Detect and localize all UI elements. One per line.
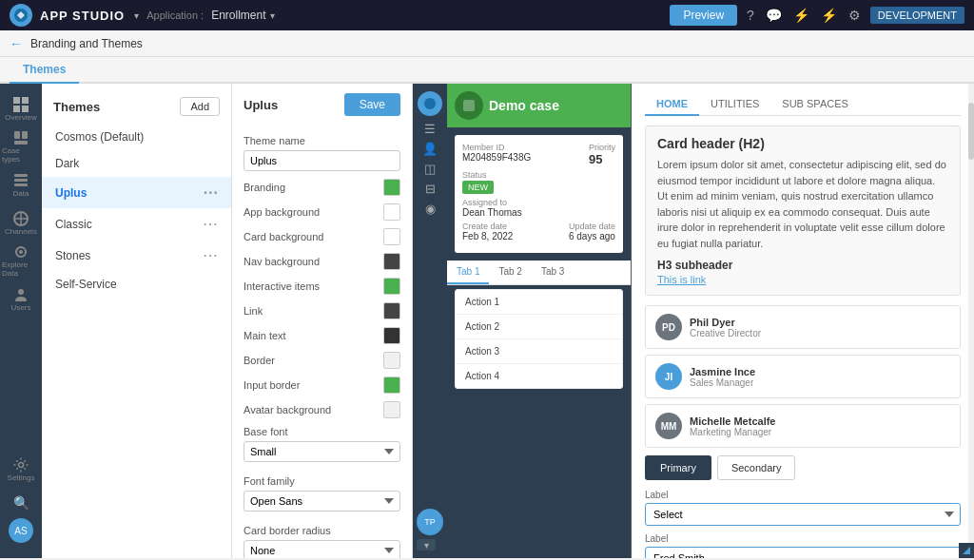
detail-tab-sub-spaces[interactable]: SUB SPACES: [770, 93, 860, 116]
theme-item-stones[interactable]: Stones ⋯: [42, 240, 231, 271]
app-preview: ☰ 👤 ◫ ⊟ ◉ TP ▾ Demo case: [413, 84, 632, 558]
svg-rect-6: [22, 131, 28, 139]
detail-tab-home[interactable]: HOME: [645, 93, 699, 116]
top-bar-icons: ? 💬 ⚡ ⚡ ⚙: [747, 8, 861, 23]
primary-button-demo[interactable]: Primary: [645, 455, 711, 480]
arrow-down-button[interactable]: ▾: [417, 539, 436, 550]
theme-item-classic[interactable]: Classic ⋯: [42, 208, 231, 240]
svg-point-15: [19, 250, 23, 254]
user-avatar[interactable]: AS: [9, 518, 33, 543]
preview-tab-2[interactable]: Tab 2: [489, 261, 531, 284]
sidebar-item-settings[interactable]: Settings: [2, 452, 40, 486]
avatar-bg-row: Avatar background: [244, 401, 400, 418]
breadcrumb: Branding and Themes: [30, 37, 143, 50]
main-layout: Overview Case types Data Channels Explor…: [0, 84, 974, 558]
theme-item-self-service[interactable]: Self-Service: [42, 271, 231, 298]
avatar-bg-label: Avatar background: [244, 404, 331, 415]
scrollbar[interactable]: [968, 84, 974, 558]
detail-tab-utilities[interactable]: UTILITIES: [699, 93, 770, 116]
form-select-demo[interactable]: Select: [645, 503, 961, 526]
save-button[interactable]: Save: [344, 93, 400, 116]
preview-sidebar-icon1[interactable]: ☰: [424, 122, 436, 136]
main-text-color[interactable]: [383, 327, 400, 344]
border-row: Border: [244, 352, 400, 369]
status-row: Status NEW: [462, 170, 615, 194]
svg-point-18: [424, 98, 436, 109]
settings-top-icon[interactable]: ⚙: [848, 8, 861, 23]
sidebar-item-case-types[interactable]: Case types: [2, 129, 40, 164]
app-background-row: App background: [244, 203, 400, 221]
person-role-mm: Marketing Manager: [690, 427, 775, 437]
theme-dots-classic[interactable]: ⋯: [203, 215, 218, 233]
app-studio-dropdown[interactable]: ▾: [134, 10, 139, 21]
secondary-button-demo[interactable]: Secondary: [717, 455, 796, 480]
sidebar-item-explore-data[interactable]: Explore Data: [2, 243, 40, 278]
card-bg-color[interactable]: [383, 228, 400, 245]
base-font-select[interactable]: Small Medium Large: [244, 441, 400, 462]
app-bg-label: App background: [244, 206, 320, 218]
lightning-icon[interactable]: ⚡: [793, 8, 809, 23]
person-avatar-pd: PD: [655, 314, 682, 340]
sidebar-item-channels[interactable]: Channels: [2, 205, 40, 240]
input-border-row: Input border: [244, 377, 400, 394]
font-family-select[interactable]: Open Sans Arial Roboto: [244, 491, 400, 512]
chat-icon[interactable]: 💬: [766, 8, 782, 23]
preview-sidebar-icon2[interactable]: 👤: [422, 142, 438, 156]
preview-tab-3[interactable]: Tab 3: [532, 261, 574, 284]
priority-label: Priority: [589, 143, 615, 152]
sidebar-item-data[interactable]: Data: [2, 167, 40, 202]
preview-sidebar-icon5[interactable]: ◉: [425, 202, 436, 216]
theme-item-dark[interactable]: Dark: [42, 150, 231, 177]
person-avatar-ji: JI: [655, 363, 682, 390]
interactive-items-label: Interactive items: [244, 280, 320, 292]
tp-avatar: TP: [417, 509, 443, 535]
nav-bg-color[interactable]: [383, 253, 400, 270]
action-item-4[interactable]: Action 4: [456, 364, 622, 388]
card-border-radius-label: Card border radius: [244, 525, 400, 536]
search-icon[interactable]: 🔍: [13, 495, 29, 511]
tab-themes[interactable]: Themes: [10, 57, 79, 84]
preview-tab-1[interactable]: Tab 1: [447, 261, 489, 284]
person-card-mm: MM Michelle Metcalfe Marketing Manager: [645, 404, 961, 448]
create-date-field: Create date Feb 8, 2022: [462, 222, 513, 241]
branding-color[interactable]: [383, 179, 400, 196]
sidebar-item-users[interactable]: Users: [2, 281, 40, 316]
action-item-3[interactable]: Action 3: [456, 339, 622, 364]
theme-item-cosmos[interactable]: Cosmos (Default): [42, 124, 231, 150]
theme-name-input[interactable]: [244, 150, 400, 171]
link-color[interactable]: [383, 302, 400, 319]
bolt-icon[interactable]: ⚡: [821, 8, 837, 23]
main-text-label: Main text: [244, 330, 286, 341]
preview-sidebar-icon4[interactable]: ⊟: [425, 182, 436, 196]
input-border-color[interactable]: [383, 377, 400, 394]
svg-rect-19: [463, 100, 475, 111]
action-item-1[interactable]: Action 1: [456, 290, 622, 315]
card-link[interactable]: This is link: [657, 274, 948, 285]
sidebar-item-overview[interactable]: Overview: [2, 91, 40, 126]
theme-item-uplus[interactable]: Uplus ⋯: [42, 177, 231, 208]
app-name-selector[interactable]: Enrollment ▾: [211, 9, 274, 22]
form-input-demo[interactable]: [645, 547, 961, 558]
add-theme-button[interactable]: Add: [180, 97, 220, 116]
theme-dots-stones[interactable]: ⋯: [203, 246, 218, 264]
card-border-radius-select[interactable]: None Small Medium Large: [244, 540, 400, 558]
border-color[interactable]: [383, 352, 400, 369]
person-info-mm: Michelle Metcalfe Marketing Manager: [690, 415, 775, 437]
person-name-pd: Phil Dyer: [690, 317, 761, 328]
interactive-items-color[interactable]: [383, 278, 400, 295]
back-button[interactable]: ←: [10, 36, 23, 51]
action-item-2[interactable]: Action 2: [456, 315, 622, 339]
branding-row: Branding: [244, 179, 400, 196]
preview-sidebar-icon3[interactable]: ◫: [424, 162, 436, 176]
person-info-pd: Phil Dyer Creative Director: [690, 317, 761, 338]
svg-rect-8: [14, 174, 28, 177]
app-bg-color[interactable]: [383, 203, 400, 221]
preview-sidebar-bottom: TP ▾: [417, 509, 443, 550]
help-icon[interactable]: ?: [747, 8, 754, 23]
link-label: Link: [244, 305, 263, 317]
theme-dots-uplus[interactable]: ⋯: [203, 183, 218, 202]
preview-button[interactable]: Preview: [670, 5, 737, 26]
preview-tab-bar: Tab 1 Tab 2 Tab 3: [447, 261, 631, 285]
detail-tabs: HOME UTILITIES SUB SPACES: [645, 93, 961, 116]
avatar-bg-color[interactable]: [383, 401, 400, 418]
